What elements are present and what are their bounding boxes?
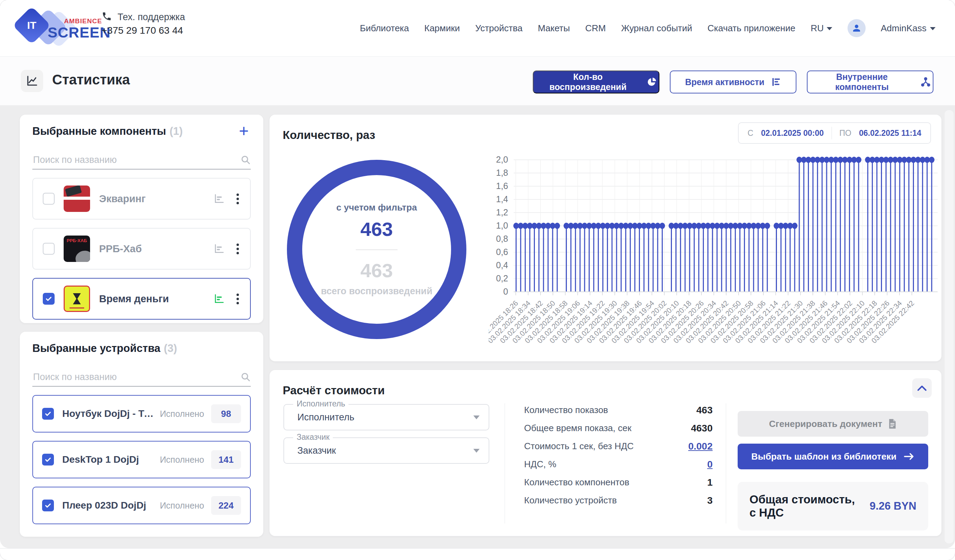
logo-screen-text: SCREEN: [48, 24, 111, 41]
cost-row-value-link[interactable]: 0.002: [688, 441, 712, 452]
kebab-menu-icon[interactable]: [235, 192, 240, 206]
date-range-picker[interactable]: С 02.01.2025 00:00 ПО 06.02.2025 11:14: [738, 122, 931, 144]
component-name: РРБ-Хаб: [99, 243, 209, 255]
nav-item-karmiki[interactable]: Кармики: [424, 23, 460, 34]
search-icon[interactable]: [240, 372, 251, 382]
check-icon: [45, 295, 53, 303]
chevron-down-icon: [930, 27, 936, 30]
device-list-item[interactable]: DeskTop 1 DojDj Исполнено 141: [32, 441, 251, 478]
nav-item-download-app[interactable]: Скачать приложение: [708, 23, 795, 34]
svg-text:2,0: 2,0: [496, 156, 508, 164]
checkbox[interactable]: [43, 243, 55, 255]
svg-text:0,8: 0,8: [496, 234, 508, 243]
devices-panel-title: Выбранные устройства(3): [32, 342, 177, 355]
kebab-menu-icon[interactable]: [235, 242, 240, 256]
activity-time-button[interactable]: Время активности: [670, 70, 797, 94]
date-to-value[interactable]: 06.02.2025 11:14: [859, 128, 921, 138]
checkbox[interactable]: [42, 408, 54, 420]
checkbox[interactable]: [43, 193, 55, 204]
component-list-item[interactable]: РРБ-Хаб: [32, 228, 251, 270]
playback-count-button[interactable]: Кол-во воспроизведений: [533, 70, 659, 94]
nav-item-layouts[interactable]: Макеты: [538, 23, 570, 34]
stats-icon[interactable]: [213, 193, 225, 204]
bar-chart-icon: [771, 77, 781, 87]
playback-count-label: Кол-во воспроизведений: [535, 72, 640, 92]
cost-calculation-card: Расчёт стоимости Исполнитель Исполнитель…: [269, 370, 941, 536]
cost-row-label: НДС, %: [524, 459, 556, 470]
checkbox[interactable]: [42, 454, 54, 465]
language-selector[interactable]: RU: [811, 23, 832, 34]
choose-template-label: Выбрать шаблон из библиотеки: [751, 451, 896, 462]
checkbox[interactable]: [43, 293, 55, 305]
checkbox[interactable]: [42, 499, 54, 512]
components-panel-title: Выбранные компоненты(1): [32, 125, 183, 137]
cost-row-value: 463: [696, 405, 712, 416]
bottom-divider: [0, 548, 955, 549]
arrow-right-icon: [903, 452, 915, 461]
total-cost-card: Общая стоимость, с НДС 9.26 BYN: [737, 482, 928, 530]
component-thumbnail: [64, 186, 90, 212]
svg-text:0,6: 0,6: [496, 247, 508, 257]
cost-row-value-link[interactable]: 0: [707, 459, 712, 470]
cost-row-value: 4630: [691, 423, 712, 434]
page-title: Статистика: [52, 72, 130, 87]
cost-row-label: Стоимость 1 сек, без НДС: [524, 441, 634, 452]
choose-template-button[interactable]: Выбрать шаблон из библиотеки: [737, 444, 928, 470]
playback-donut: с учетом фильтра 463 463 всего воспроизв…: [287, 160, 467, 339]
scrollbar-track[interactable]: [944, 110, 953, 543]
add-component-button[interactable]: +: [237, 122, 251, 140]
customer-select-value: Заказчик: [297, 438, 336, 463]
generate-document-button[interactable]: Сгенерировать документ: [737, 411, 928, 437]
kebab-menu-icon[interactable]: [235, 292, 240, 306]
nav-item-library[interactable]: Библиотека: [360, 23, 409, 34]
page-title-row: Статистика Кол-во воспроизведений Время …: [0, 57, 955, 105]
support-phone[interactable]: +375 29 170 63 44: [102, 25, 185, 36]
phone-icon: [102, 11, 112, 23]
search-icon[interactable]: [240, 154, 251, 165]
app-window: IT AMBIENCE SCREEN Тех. поддержка +375 2…: [0, 0, 955, 560]
component-list-item[interactable]: Время деньги: [32, 278, 251, 320]
lollipop-chart: 2,01,81,61,41,21,00,80,60,40,2003.02.202…: [488, 156, 939, 357]
devices-search-input[interactable]: [32, 371, 240, 383]
collapse-button[interactable]: [912, 378, 932, 398]
cost-row-value: 1: [707, 477, 712, 488]
cost-row-label: Количество компонентов: [524, 477, 629, 488]
components-search-input[interactable]: [32, 154, 240, 166]
main-nav: Библиотека Кармики Устройства Макеты CRM…: [360, 0, 936, 56]
document-icon: [888, 419, 897, 429]
internal-components-button[interactable]: Внутренние компоненты: [807, 70, 933, 94]
nav-item-crm[interactable]: CRM: [585, 23, 606, 34]
svg-text:0,2: 0,2: [496, 273, 508, 283]
nav-item-event-log[interactable]: Журнал событий: [621, 23, 692, 34]
selected-devices-panel: Выбранные устройства(3) Ноутбук DojDj - …: [20, 332, 263, 537]
cost-card-title: Расчёт стоимости: [283, 384, 385, 397]
stats-icon[interactable]: [213, 293, 225, 304]
svg-text:0,4: 0,4: [496, 260, 508, 270]
stats-icon[interactable]: [213, 243, 225, 254]
components-list: Экваринг РРБ-Хаб: [32, 178, 251, 320]
chevron-up-icon: [917, 384, 927, 392]
donut-divider: [356, 250, 398, 250]
total-cost-label: Общая стоимость, с НДС: [750, 493, 863, 519]
svg-text:1,0: 1,0: [496, 221, 508, 230]
total-playbacks-value: 463: [360, 259, 393, 282]
user-menu[interactable]: AdminKass: [881, 23, 936, 34]
cost-row-price-per-sec: Стоимость 1 сек, без НДС 0.002: [524, 441, 712, 452]
app-logo[interactable]: IT AMBIENCE SCREEN: [12, 8, 106, 48]
executor-select[interactable]: Исполнитель Исполнитель: [283, 404, 489, 431]
device-list-item[interactable]: Ноутбук DojDj - Терминал... Исполнено 98: [32, 395, 251, 432]
cost-row-label: Общее время показа, сек: [524, 423, 632, 434]
logo-ambience-text: AMBIENCE: [64, 17, 102, 25]
customer-select[interactable]: Заказчик Заказчик: [283, 437, 489, 464]
count-stats-card: Количество, раз С 02.01.2025 00:00 ПО 06…: [269, 115, 941, 361]
date-from-value[interactable]: 02.01.2025 00:00: [761, 128, 823, 138]
device-list-item[interactable]: Плеер 023D DojDj Исполнено 224: [32, 487, 251, 524]
nav-item-devices[interactable]: Устройства: [475, 23, 522, 34]
check-icon: [44, 456, 52, 463]
avatar[interactable]: [847, 19, 866, 37]
check-icon: [44, 502, 52, 509]
component-list-item[interactable]: Экваринг: [32, 178, 251, 220]
executed-label: Исполнено: [160, 409, 204, 419]
check-icon: [44, 410, 52, 418]
svg-text:1,2: 1,2: [496, 207, 508, 217]
